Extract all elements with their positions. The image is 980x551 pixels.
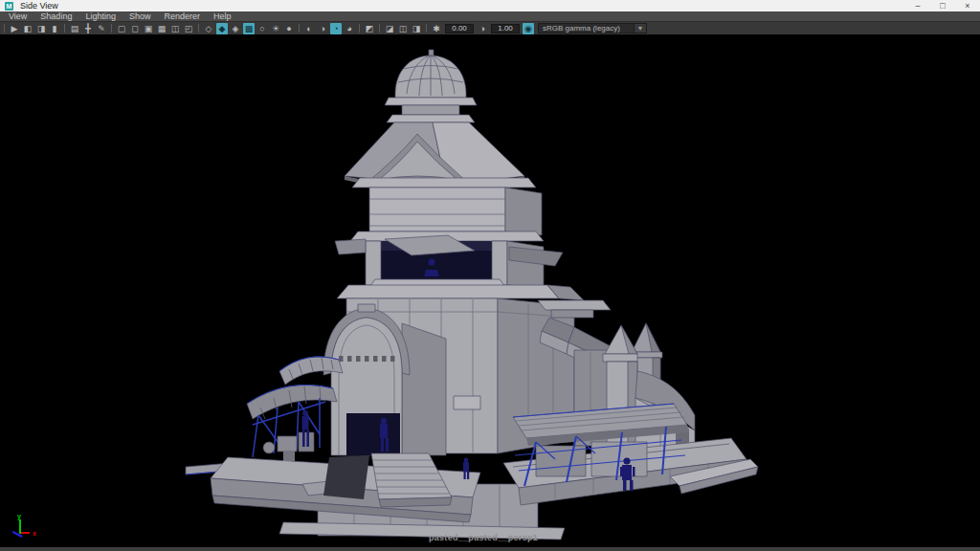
toolbar-icons: ▶◧◨▮▤╋✎▢◻▣▦◫◰◇◆◈▩○☀●◐◑◔◕◩◪◫◨✱ [1,23,443,34]
exposure-icon[interactable]: ✱ [431,23,442,34]
film-gate-icon[interactable]: ▢ [116,23,127,34]
doorway [346,413,400,455]
viewport[interactable]: y x pasted__pasted__persp1 [0,34,980,547]
safe-title-icon[interactable]: ◰ [183,23,194,34]
maya-panel-window: M Side View – □ × ViewShadingLightingSho… [0,0,980,551]
isolate-select-icon[interactable]: ◩ [364,23,375,34]
exposure-field[interactable]: 0.00 [445,24,474,33]
tower-body [352,178,542,235]
camera-attributes-icon[interactable]: ◨ [35,23,47,34]
toolbar-separator [299,24,300,33]
safe-action-icon[interactable]: ◫ [169,23,181,34]
chevron-down-icon: ▼ [634,24,646,33]
depth-of-field-icon[interactable]: ◕ [344,23,355,34]
temple-model[interactable] [0,34,980,547]
field-chart-icon[interactable]: ▦ [156,23,167,34]
menu-item[interactable]: Show [122,11,158,22]
toolbar-separator [4,24,5,33]
menu-item[interactable]: Renderer [157,11,207,22]
menu-item[interactable]: Lighting [78,11,122,22]
image-plane-icon[interactable]: ▤ [69,23,80,34]
motion-blur-icon[interactable]: ◑ [317,23,328,34]
bounding-box-icon[interactable]: ◈ [230,23,241,34]
camera-label: pasted__pasted__persp1 [429,533,538,542]
y-axis-label: y [17,513,21,519]
minimize-button[interactable]: – [905,0,930,11]
shadows-icon[interactable]: ● [283,23,295,34]
toolbar-separator [64,24,65,33]
color-management-icon[interactable]: ◉ [523,23,534,34]
x-axis-label: x [33,530,36,537]
window-title: Side View [20,0,58,11]
symmetry-icon[interactable]: ◨ [411,23,422,34]
occlusion-icon[interactable]: ◐ [303,23,315,34]
close-button[interactable]: × [955,0,980,11]
maximize-button[interactable]: □ [930,0,955,11]
2d-pan-zoom-icon[interactable]: ╋ [82,23,94,34]
textured-icon[interactable]: ▩ [243,23,255,34]
viewport-toolbar: ▶◧◨▮▤╋✎▢◻▣▦◫◰◇◆◈▩○☀●◐◑◔◕◩◪◫◨✱ 0.00 ◑ 1.0… [0,22,980,34]
toolbar-separator [198,24,199,33]
bookmarks-icon[interactable]: ▮ [49,23,60,34]
wireframe-icon[interactable]: ◇ [203,23,214,34]
gate-mask-icon[interactable]: ▣ [143,23,154,34]
menu-item[interactable]: View [2,11,33,22]
maya-logo-icon: M [5,2,13,11]
window-controls: – □ × [905,0,980,11]
stall-goods [263,432,314,461]
window-bottom-edge [0,547,980,551]
tower-dome [385,50,477,115]
gamma-field[interactable]: 1.00 [491,24,520,33]
menu-item[interactable]: Help [207,11,238,22]
xray-joints-icon[interactable]: ◫ [397,23,409,34]
view-transform-dropdown[interactable]: sRGB gamma (legacy) ▼ [538,23,647,33]
toolbar-separator [359,24,360,33]
menu-item[interactable]: Shading [33,11,78,22]
axis-gizmo: y x [8,511,46,541]
use-default-material-icon[interactable]: ○ [256,23,268,34]
menu-bar: ViewShadingLightingShowRendererHelp [0,11,980,22]
view-transform-value: sRGB gamma (legacy) [539,24,634,33]
toolbar-separator [426,24,427,33]
contrast-icon[interactable]: ◑ [477,23,488,34]
lock-camera-icon[interactable]: ◧ [22,23,33,34]
grease-pencil-icon[interactable]: ✎ [96,23,107,34]
toolbar-separator [111,24,112,33]
bell-gallery [335,231,584,300]
lighting-icon[interactable]: ☀ [270,23,281,34]
toolbar-separator [379,24,380,33]
anti-alias-icon[interactable]: ◔ [330,23,342,34]
x-axis-icon [21,532,30,534]
select-camera-icon[interactable]: ▶ [9,23,20,34]
window-titlebar: M Side View – □ × [0,0,980,11]
xray-icon[interactable]: ◪ [384,23,395,34]
resolution-gate-icon[interactable]: ◻ [129,23,141,34]
smooth-shade-icon[interactable]: ◆ [216,23,228,34]
